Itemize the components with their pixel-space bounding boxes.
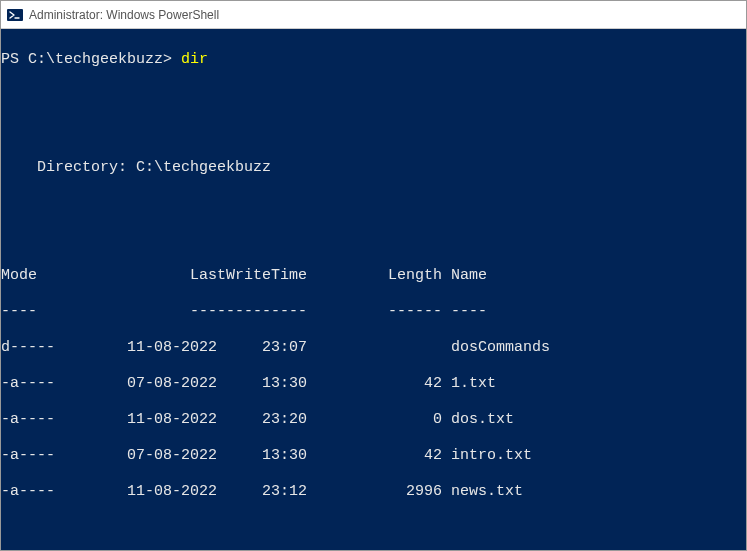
titlebar[interactable]: Administrator: Windows PowerShell xyxy=(1,1,746,29)
blank-line xyxy=(1,87,746,105)
blank-line xyxy=(1,195,746,213)
blank-line xyxy=(1,231,746,249)
command-dir: dir xyxy=(181,51,208,68)
window-title: Administrator: Windows PowerShell xyxy=(29,8,219,22)
terminal-viewport[interactable]: PS C:\techgeekbuzz> dir Directory: C:\te… xyxy=(1,29,746,550)
directory-line: Directory: C:\techgeekbuzz xyxy=(1,159,746,177)
table-row: d----- 11-08-2022 23:07 dosCommands xyxy=(1,339,746,357)
table-row: -a---- 11-08-2022 23:12 2996 news.txt xyxy=(1,483,746,501)
blank-line xyxy=(1,519,746,537)
table-row: -a---- 07-08-2022 13:30 42 intro.txt xyxy=(1,447,746,465)
powershell-window: Administrator: Windows PowerShell PS C:\… xyxy=(0,0,747,551)
prompt-line: PS C:\techgeekbuzz> dir xyxy=(1,51,746,69)
svg-rect-0 xyxy=(7,9,23,21)
table-row: -a---- 07-08-2022 13:30 42 1.txt xyxy=(1,375,746,393)
table-header: Mode LastWriteTime Length Name xyxy=(1,267,746,285)
table-header-rule: ---- ------------- ------ ---- xyxy=(1,303,746,321)
powershell-icon xyxy=(7,7,23,23)
table-row: -a---- 11-08-2022 23:20 0 dos.txt xyxy=(1,411,746,429)
blank-line xyxy=(1,123,746,141)
prompt: PS C:\techgeekbuzz> xyxy=(1,51,181,68)
